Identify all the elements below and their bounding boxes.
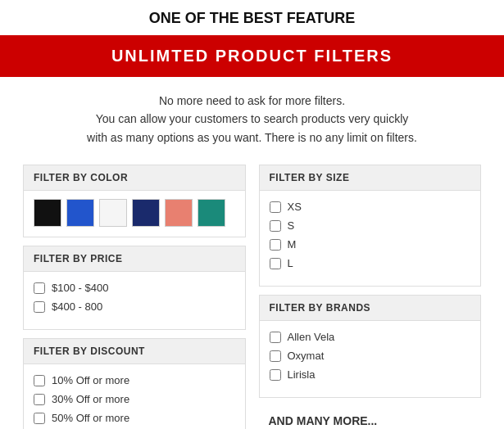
swatch-teal[interactable] bbox=[198, 199, 225, 227]
discount-label-2: 30% Off or more bbox=[52, 393, 129, 405]
swatch-blue[interactable] bbox=[66, 199, 94, 227]
filter-by-price-header: FILTER BY PRICE bbox=[24, 246, 245, 272]
banner: UNLIMTED PRODUCT FILTERS bbox=[0, 35, 504, 77]
size-checkbox-s[interactable] bbox=[270, 220, 281, 232]
price-label-2: $400 - 800 bbox=[52, 300, 102, 313]
swatch-salmon[interactable] bbox=[165, 199, 193, 227]
desc-line2: You can allow your customers to search p… bbox=[49, 110, 455, 128]
size-label-l: L bbox=[288, 257, 293, 269]
brand-checkbox-1[interactable] bbox=[270, 332, 281, 343]
discount-label-3: 50% Off or more bbox=[52, 412, 129, 424]
description: No more need to ask for more filters. Yo… bbox=[0, 77, 504, 165]
discount-option-2[interactable]: 30% Off or more bbox=[34, 393, 235, 405]
discount-checkbox-1[interactable] bbox=[34, 375, 45, 386]
price-option-1[interactable]: $100 - $400 bbox=[34, 282, 235, 294]
brand-checkbox-2[interactable] bbox=[270, 350, 281, 362]
brand-label-1: Allen Vela bbox=[288, 331, 335, 343]
discount-checkbox-2[interactable] bbox=[34, 394, 45, 405]
size-label-xs: XS bbox=[288, 201, 302, 213]
filter-by-size-header: FILTER BY SIZE bbox=[260, 165, 481, 191]
size-checkbox-m[interactable] bbox=[270, 239, 281, 251]
filter-by-color-box: FILTER BY COLOR bbox=[23, 165, 246, 237]
filters-container: FILTER BY COLOR FILTER BY PRICE $100 - $… bbox=[0, 165, 504, 429]
filter-by-discount-box: FILTER BY DISCOUNT 10% Off or more 30% O… bbox=[23, 338, 246, 429]
brand-option-3[interactable]: Lirisla bbox=[270, 368, 471, 381]
color-swatches bbox=[24, 191, 245, 237]
discount-checkbox-3[interactable] bbox=[34, 413, 45, 424]
filter-by-discount-header: FILTER BY DISCOUNT bbox=[24, 339, 245, 364]
brand-option-2[interactable]: Oxymat bbox=[270, 350, 471, 362]
desc-line3: with as many options as you want. There … bbox=[49, 129, 455, 147]
brand-option-1[interactable]: Allen Vela bbox=[270, 331, 471, 343]
size-option-l[interactable]: L bbox=[270, 257, 471, 269]
discount-option-3[interactable]: 50% Off or more bbox=[34, 412, 235, 424]
discount-option-1[interactable]: 10% Off or more bbox=[34, 374, 235, 386]
swatch-white[interactable] bbox=[99, 199, 127, 227]
size-checkbox-l[interactable] bbox=[270, 258, 281, 269]
and-many-more: AND MANY MORE... bbox=[259, 406, 482, 429]
filter-by-price-content: $100 - $400 $400 - 800 bbox=[24, 272, 245, 329]
swatch-dark-blue[interactable] bbox=[132, 199, 160, 227]
brand-label-2: Oxymat bbox=[288, 350, 325, 362]
filter-by-brands-content: Allen Vela Oxymat Lirisla bbox=[260, 321, 481, 397]
discount-label-1: 10% Off or more bbox=[52, 374, 129, 386]
desc-line1: No more need to ask for more filters. bbox=[49, 92, 455, 110]
filter-by-discount-content: 10% Off or more 30% Off or more 50% Off … bbox=[24, 364, 245, 429]
price-checkbox-2[interactable] bbox=[34, 301, 45, 313]
size-label-s: S bbox=[288, 219, 295, 232]
price-option-2[interactable]: $400 - 800 bbox=[34, 300, 235, 313]
size-checkbox-xs[interactable] bbox=[270, 201, 281, 213]
size-label-m: M bbox=[288, 238, 297, 251]
filter-by-brands-box: FILTER BY BRANDS Allen Vela Oxymat Liris… bbox=[259, 295, 482, 398]
filter-by-price-box: FILTER BY PRICE $100 - $400 $400 - 800 bbox=[23, 246, 246, 330]
price-checkbox-1[interactable] bbox=[34, 282, 45, 294]
filter-by-color-header: FILTER BY COLOR bbox=[24, 165, 245, 191]
size-option-m[interactable]: M bbox=[270, 238, 471, 251]
brand-checkbox-3[interactable] bbox=[270, 369, 281, 381]
filter-by-size-box: FILTER BY SIZE XS S M L bbox=[259, 165, 482, 287]
size-option-s[interactable]: S bbox=[270, 219, 471, 232]
swatch-black[interactable] bbox=[34, 199, 61, 227]
left-filter-col: FILTER BY COLOR FILTER BY PRICE $100 - $… bbox=[16, 165, 252, 429]
page-title: ONE OF THE BEST FEATURE bbox=[0, 0, 504, 35]
right-filter-col: FILTER BY SIZE XS S M L bbox=[252, 165, 488, 429]
brand-label-3: Lirisla bbox=[288, 368, 316, 381]
filter-by-brands-header: FILTER BY BRANDS bbox=[260, 296, 481, 321]
price-label-1: $100 - $400 bbox=[52, 282, 108, 294]
size-option-xs[interactable]: XS bbox=[270, 201, 471, 213]
filter-by-size-content: XS S M L bbox=[260, 191, 481, 286]
